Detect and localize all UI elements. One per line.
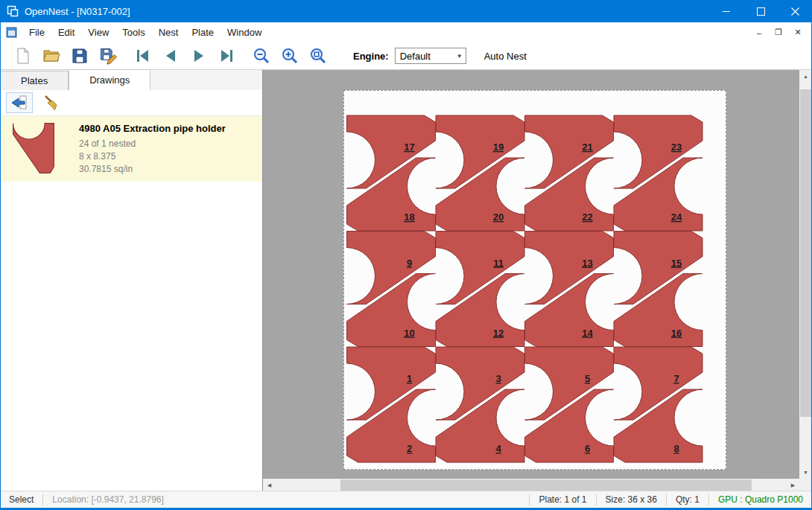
part-number-label: 2: [407, 443, 412, 454]
menu-file[interactable]: File: [22, 24, 51, 41]
scroll-down-icon[interactable]: ▼: [799, 466, 812, 479]
sidebar: Plates Drawings 4980 A05 Extraction pipe…: [0, 70, 263, 491]
last-arrow-icon: [218, 47, 236, 65]
new-file-icon: [14, 47, 32, 65]
close-icon: [791, 7, 799, 16]
mdi-minimize-button[interactable]: –: [749, 28, 769, 37]
drawing-title: 4980 A05 Extraction pipe holder: [79, 123, 226, 134]
part-number-label: 5: [585, 373, 590, 384]
vertical-scroll-thumb[interactable]: [800, 89, 811, 417]
maximize-icon: [757, 7, 765, 16]
close-button[interactable]: [778, 0, 812, 22]
scroll-left-icon[interactable]: ◀: [263, 479, 276, 491]
part-number-label: 24: [671, 211, 682, 223]
scroll-up-icon[interactable]: ▲: [799, 70, 812, 83]
zoom-fit-button[interactable]: [304, 45, 332, 67]
part-number-label: 23: [671, 141, 682, 153]
broom-icon: [43, 94, 61, 112]
drawing-list-item[interactable]: 4980 A05 Extraction pipe holder 24 of 1 …: [0, 116, 262, 182]
clear-button[interactable]: [39, 92, 66, 113]
titlebar: OpenNest - [N0317-002]: [0, 0, 812, 22]
part-number-label: 21: [582, 141, 592, 153]
plate[interactable]: 171819202122232491011121314151612345678: [343, 90, 726, 470]
new-file-button[interactable]: [9, 45, 37, 67]
maximize-button[interactable]: [743, 0, 778, 22]
menu-plate[interactable]: Plate: [185, 24, 221, 41]
document-icon: [6, 27, 17, 38]
open-file-button[interactable]: [37, 45, 66, 67]
tab-drawings-label: Drawings: [89, 74, 130, 86]
scroll-right-icon[interactable]: ▶: [787, 479, 799, 491]
status-gpu: GPU : Quadro P1000: [709, 494, 812, 505]
menu-tools[interactable]: Tools: [115, 24, 151, 41]
engine-label: Engine:: [353, 51, 389, 62]
send-to-plate-button[interactable]: [6, 92, 33, 113]
mdi-restore-button[interactable]: ❐: [769, 28, 788, 37]
nest-canvas[interactable]: 171819202122232491011121314151612345678 …: [263, 70, 812, 491]
part-number-label: 18: [404, 211, 414, 223]
part-number-label: 6: [585, 443, 590, 454]
statusbar: Select Location: [-0.9437, 21.8796] Plat…: [0, 491, 812, 508]
part-number-label: 9: [407, 258, 412, 269]
save-button[interactable]: [66, 45, 94, 67]
last-plate-button[interactable]: [213, 45, 241, 67]
caption-buttons: [709, 0, 812, 22]
part-number-label: 14: [582, 328, 593, 339]
zoom-in-button[interactable]: [276, 45, 304, 67]
menu-view[interactable]: View: [81, 24, 115, 41]
window-title: OpenNest - [N0317-002]: [25, 6, 130, 17]
drawing-info: 4980 A05 Extraction pipe holder 24 of 1 …: [79, 123, 226, 176]
first-arrow-icon: [133, 47, 151, 65]
open-folder-icon: [42, 47, 60, 65]
scrollbar-corner: [799, 479, 812, 491]
drawing-nested-count: 24 of 1 nested: [79, 138, 226, 150]
part-number-label: 3: [495, 373, 501, 384]
drawing-thumbnail: [9, 121, 58, 176]
previous-plate-button[interactable]: [156, 45, 185, 67]
part-number-label: 20: [493, 211, 504, 223]
engine-select[interactable]: Default ▼: [395, 48, 466, 64]
status-mode: Select: [0, 494, 42, 505]
menu-window[interactable]: Window: [221, 24, 268, 41]
status-right-group: Plate: 1 of 1 Size: 36 x 36 Qty: 1 GPU :…: [529, 491, 812, 508]
part-number-label: 4: [495, 443, 501, 454]
zoom-in-icon: [281, 47, 299, 65]
part-number-label: 11: [493, 258, 504, 269]
minimize-icon: [723, 11, 730, 12]
part-number-label: 13: [582, 258, 592, 269]
save-icon: [71, 47, 89, 65]
save-as-button[interactable]: [94, 45, 122, 67]
part-number-label: 17: [404, 141, 414, 153]
drawing-dimensions: 8 x 8.375: [79, 150, 226, 163]
next-arrow-icon: [190, 47, 208, 65]
part-number-label: 16: [671, 328, 682, 339]
part-number-label: 10: [404, 328, 414, 339]
menubar: File Edit View Tools Nest Plate Window –…: [0, 22, 812, 42]
arrow-left-page-icon: [10, 94, 28, 112]
status-location: Location: [-0.9437, 21.8796]: [43, 494, 172, 505]
menu-edit[interactable]: Edit: [51, 24, 81, 41]
part-number-label: 12: [493, 328, 504, 339]
tab-plates-label: Plates: [21, 75, 48, 86]
minimize-button[interactable]: [709, 0, 743, 22]
zoom-out-button[interactable]: [247, 45, 276, 67]
part-number-label: 22: [582, 211, 592, 223]
horizontal-scroll-thumb[interactable]: [340, 479, 752, 491]
zoom-out-icon: [253, 47, 270, 65]
dropdown-arrow-icon: ▼: [457, 53, 463, 60]
drawing-area: 30.7815 sq/in: [79, 163, 226, 176]
auto-nest-button[interactable]: Auto Nest: [484, 51, 527, 62]
tab-plates[interactable]: Plates: [0, 71, 69, 90]
part-number-label: 19: [493, 141, 504, 153]
engine-select-value: Default: [400, 51, 431, 62]
next-plate-button[interactable]: [185, 45, 213, 67]
status-plate: Plate: 1 of 1: [530, 494, 595, 505]
mdi-close-button[interactable]: ✕: [788, 28, 808, 37]
part-number-label: 15: [671, 258, 682, 269]
first-plate-button[interactable]: [128, 45, 156, 67]
horizontal-scrollbar[interactable]: ◀ ▶: [263, 479, 799, 491]
part-number-label: 8: [673, 443, 679, 454]
menu-nest[interactable]: Nest: [152, 24, 185, 41]
tab-drawings[interactable]: Drawings: [69, 69, 150, 91]
vertical-scrollbar[interactable]: ▲ ▼: [799, 70, 812, 479]
